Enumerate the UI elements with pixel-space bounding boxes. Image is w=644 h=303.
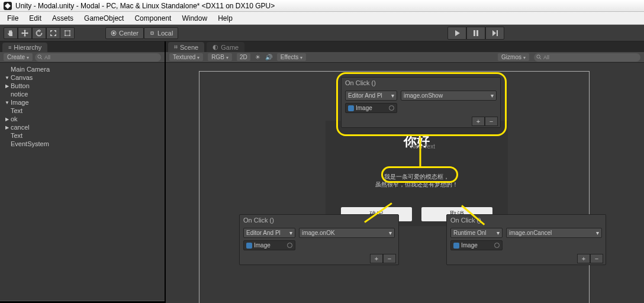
play-button[interactable]: [447, 27, 466, 40]
mode-2d-toggle[interactable]: 2D: [237, 53, 250, 61]
game-icon: ◐: [212, 43, 218, 51]
image-icon: [348, 105, 354, 111]
scene-tab[interactable]: ⌗Scene: [168, 42, 204, 52]
move-tool-button[interactable]: [18, 27, 32, 39]
svg-marker-12: [492, 30, 496, 36]
shading-dropdown[interactable]: Textured: [169, 53, 203, 61]
hierarchy-item[interactable]: Text: [5, 131, 165, 140]
menu-help[interactable]: Help: [213, 13, 237, 24]
hierarchy-tab[interactable]: ≡Hierarchy: [2, 43, 47, 52]
menu-component[interactable]: Component: [130, 13, 176, 24]
scene-icon: ⌗: [174, 43, 178, 51]
onclick-mode-dropdown[interactable]: Editor And Pl▾: [243, 228, 295, 238]
hierarchy-item[interactable]: EventSystem: [5, 140, 165, 148]
modal-preview: 你好New Text 我是一条可爱的模态框，虽然很窄，但我还是有梦想的！ 确定 …: [326, 121, 508, 226]
onclick-function-dropdown[interactable]: image.onShow▾: [401, 91, 497, 101]
object-picker-icon[interactable]: [494, 243, 500, 248]
menu-bar: File Edit Assets GameObject Component Wi…: [0, 12, 644, 25]
svg-rect-11: [476, 30, 478, 36]
svg-point-5: [69, 35, 70, 36]
step-button[interactable]: [485, 27, 504, 40]
image-icon: [453, 243, 459, 249]
hierarchy-panel: ≡Hierarchy Create All Main Camera ▼Canva…: [0, 41, 166, 303]
add-listener-button[interactable]: +: [370, 254, 383, 263]
image-icon: [246, 243, 252, 249]
panel-resize-handle[interactable]: [0, 301, 165, 303]
hierarchy-item[interactable]: Main Camera: [5, 65, 165, 73]
hierarchy-item[interactable]: notice: [5, 90, 165, 98]
object-picker-icon[interactable]: [287, 243, 292, 248]
menu-gameobject[interactable]: GameObject: [79, 13, 128, 24]
window-titlebar: Unity - Modal.unity - Modal - PC, Mac & …: [0, 0, 644, 12]
onclick-mode-dropdown[interactable]: Runtime Onl▾: [450, 228, 503, 238]
play-controls: [447, 27, 504, 40]
remove-listener-button[interactable]: −: [485, 117, 498, 126]
hierarchy-create-dropdown[interactable]: Create: [4, 53, 33, 61]
scale-tool-button[interactable]: [46, 27, 60, 39]
onclick-panel-cancel: On Click () Runtime Onl▾ image.onCancel▾…: [446, 214, 606, 265]
svg-point-6: [112, 32, 115, 34]
hierarchy-item[interactable]: ▶cancel: [5, 123, 165, 131]
scene-view: ⌗Scene ◐Game Textured RGB 2D ☀ 🔊 Effects…: [166, 41, 644, 303]
svg-marker-0: [5, 3, 11, 9]
svg-rect-1: [65, 31, 70, 36]
svg-point-3: [69, 30, 70, 31]
gizmos-dropdown[interactable]: Gizmos: [498, 53, 529, 61]
hierarchy-item[interactable]: ▼Image: [5, 98, 165, 107]
menu-edit[interactable]: Edit: [24, 13, 46, 24]
hierarchy-tree: Main Camera ▼Canvas ▶Button notice ▼Imag…: [0, 63, 165, 150]
onclick-object-field[interactable]: Image: [450, 240, 503, 250]
menu-file[interactable]: File: [2, 13, 23, 24]
pivot-center-button[interactable]: Center: [105, 27, 144, 39]
pause-button[interactable]: [466, 27, 485, 40]
svg-rect-13: [497, 30, 498, 36]
main-toolbar: Center Local: [0, 25, 644, 41]
svg-line-17: [539, 57, 541, 59]
hierarchy-item[interactable]: ▶Button: [5, 82, 165, 90]
onclick-header: On Click (): [240, 215, 398, 225]
menu-assets[interactable]: Assets: [47, 13, 78, 24]
audio-icon[interactable]: 🔊: [265, 54, 272, 60]
game-tab[interactable]: ◐Game: [207, 42, 244, 52]
onclick-header: On Click (): [342, 78, 500, 88]
onclick-mode-dropdown[interactable]: Editor And Pl▾: [345, 91, 397, 101]
remove-listener-button[interactable]: −: [383, 254, 396, 263]
scene-search[interactable]: All: [534, 53, 640, 62]
svg-rect-10: [474, 30, 475, 36]
remove-listener-button[interactable]: −: [590, 254, 603, 263]
hierarchy-item[interactable]: ▼Canvas: [5, 73, 165, 82]
svg-point-4: [65, 35, 66, 36]
light-icon[interactable]: ☀: [255, 54, 260, 60]
svg-rect-8: [151, 32, 153, 34]
onclick-function-dropdown[interactable]: image.onOK▾: [299, 228, 395, 238]
pivot-local-button[interactable]: Local: [144, 27, 178, 39]
scene-canvas[interactable]: 你好New Text 我是一条可爱的模态框，虽然很窄，但我还是有梦想的！ 确定 …: [166, 63, 644, 303]
onclick-object-field[interactable]: Image: [345, 103, 397, 113]
rect-tool-button[interactable]: [60, 27, 75, 39]
hand-tool-button[interactable]: [4, 27, 18, 39]
onclick-object-field[interactable]: Image: [243, 240, 295, 250]
window-title: Unity - Modal.unity - Modal - PC, Mac & …: [15, 2, 275, 10]
svg-point-2: [65, 30, 66, 31]
svg-line-15: [40, 57, 42, 59]
svg-marker-9: [455, 30, 460, 36]
onclick-panel-ok: On Click () Editor And Pl▾ image.onOK▾ I…: [239, 214, 399, 265]
add-listener-button[interactable]: +: [472, 117, 485, 126]
effects-dropdown[interactable]: Effects: [277, 53, 306, 61]
onclick-panel-show: On Click () Editor And Pl▾ image.onShow▾…: [341, 77, 501, 128]
hierarchy-search[interactable]: All: [35, 53, 161, 62]
transform-tools: [4, 27, 75, 39]
color-dropdown[interactable]: RGB: [208, 53, 232, 61]
modal-body: 我是一条可爱的模态框，虽然很窄，但我还是有梦想的！: [375, 173, 458, 188]
hierarchy-item[interactable]: Text: [5, 107, 165, 115]
pivot-toggle: Center Local: [105, 27, 178, 39]
onclick-header: On Click (): [447, 215, 606, 225]
add-listener-button[interactable]: +: [577, 254, 590, 263]
menu-window[interactable]: Window: [177, 13, 212, 24]
modal-title: 你好New Text: [404, 133, 430, 150]
rotate-tool-button[interactable]: [32, 27, 46, 39]
hierarchy-item[interactable]: ▶ok: [5, 115, 165, 123]
onclick-function-dropdown[interactable]: image.onCancel▾: [506, 228, 602, 238]
unity-logo-icon: [4, 2, 12, 10]
object-picker-icon[interactable]: [389, 105, 394, 111]
